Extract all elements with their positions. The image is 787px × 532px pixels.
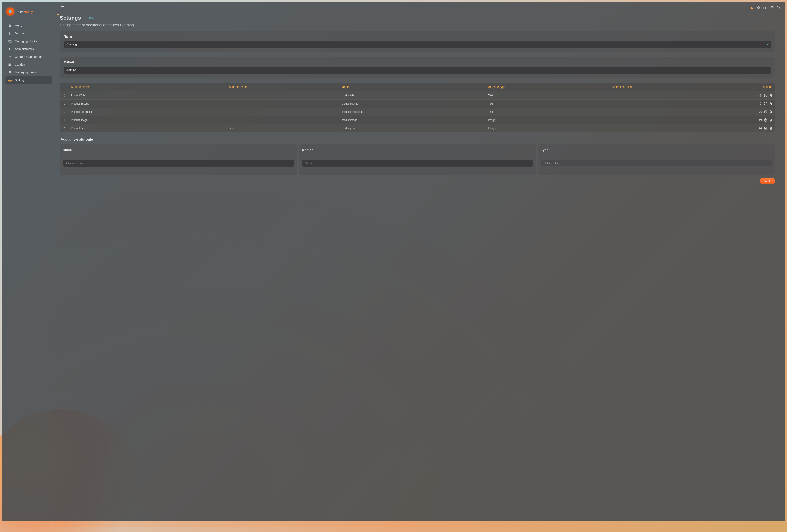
sidebar-item-catalog[interactable]: Catalog: [5, 61, 52, 68]
main-content: Settings ← Back Editing a set of additio…: [56, 2, 785, 522]
svg-point-24: [9, 80, 10, 81]
new-marker-input[interactable]: [302, 159, 533, 167]
message-icon: [8, 70, 12, 74]
settings-icon[interactable]: [764, 94, 767, 97]
delete-icon[interactable]: [769, 127, 772, 130]
new-type-label: Type: [541, 148, 772, 152]
svg-point-37: [765, 128, 766, 129]
svg-point-28: [760, 95, 761, 96]
svg-point-13: [9, 56, 9, 57]
table-row: Product PriceYesproductpriceInteger: [60, 124, 775, 132]
sidebar-item-settings[interactable]: Settings: [5, 76, 52, 84]
sidebar-item-label: Content management: [15, 55, 43, 58]
logo-text: oneentry: [16, 9, 33, 14]
delete-icon[interactable]: [769, 102, 772, 105]
new-marker-card: Marker: [299, 145, 536, 175]
sidebar: oneentry Menu Journal Managing blocks Ad…: [2, 2, 56, 522]
drag-handle-icon[interactable]: [63, 94, 66, 97]
back-link[interactable]: ← Back: [84, 16, 94, 20]
view-icon[interactable]: [759, 110, 762, 113]
marker-card: Marker: [60, 57, 775, 78]
back-label: Back: [88, 16, 94, 20]
sidebar-item-label: Administrators: [15, 47, 34, 50]
table-row: Product SubtitleproductsubtitleText: [60, 100, 775, 108]
delete-icon[interactable]: [769, 94, 772, 97]
sidebar-item-forms[interactable]: Managing forms: [5, 68, 52, 76]
table-row: Product DescriptionproductdescriptionTex…: [60, 108, 775, 116]
page-subtitle: Editing a set of additional attributes C…: [60, 23, 775, 27]
sidebar-item-content[interactable]: Content management: [5, 53, 52, 61]
name-label: Name: [64, 35, 771, 38]
list-icon: [8, 63, 12, 66]
cell-type: Text: [488, 94, 612, 97]
logo-icon: [6, 7, 14, 16]
col-price: Attribute-price: [229, 85, 341, 88]
marker-label: Marker: [64, 61, 771, 64]
row-actions: [748, 102, 772, 105]
settings-icon[interactable]: [764, 127, 767, 130]
drag-handle-icon[interactable]: [63, 127, 66, 130]
sidebar-item-label: Settings: [15, 79, 25, 82]
cell-name: Product Price: [71, 127, 229, 130]
sidebar-item-label: Managing blocks: [15, 40, 37, 43]
cell-type: Integer: [488, 127, 612, 130]
blocks-icon: [8, 39, 12, 43]
svg-rect-5: [8, 40, 11, 42]
sidebar-item-label: Catalog: [15, 63, 25, 66]
col-name: Attribute name: [71, 85, 229, 88]
journal-icon: [8, 31, 12, 35]
cell-type: Text: [488, 110, 612, 113]
view-icon[interactable]: [759, 127, 762, 130]
sidebar-item-blocks[interactable]: Managing blocks: [5, 37, 52, 45]
delete-icon[interactable]: [769, 119, 772, 122]
cell-name: Product Title: [71, 94, 229, 97]
col-marker: Marker: [342, 85, 488, 88]
attribute-table: Attribute name Attribute-price Marker At…: [60, 83, 775, 132]
gear-icon: [8, 78, 12, 82]
svg-rect-3: [9, 32, 11, 35]
marker-input[interactable]: [64, 67, 771, 73]
sidebar-item-menu[interactable]: Menu: [5, 22, 52, 29]
create-button[interactable]: Create: [760, 178, 775, 184]
sidebar-item-admins[interactable]: Administrators: [5, 45, 52, 53]
sliders-icon: [8, 55, 12, 59]
settings-icon[interactable]: [764, 119, 767, 122]
col-type: Attribute type: [488, 85, 612, 88]
settings-icon[interactable]: [764, 110, 767, 113]
drag-handle-icon[interactable]: [63, 119, 66, 122]
svg-point-29: [765, 95, 766, 96]
cell-type: Text: [488, 102, 612, 105]
sidebar-item-journal[interactable]: Journal: [5, 29, 52, 37]
cell-marker: producttitle: [342, 94, 488, 97]
add-attr-grid: Name Marker Type Select value: [60, 145, 775, 175]
table-row: Product TitleproducttitleText: [60, 91, 775, 100]
svg-point-35: [765, 120, 766, 121]
view-icon[interactable]: [759, 102, 762, 105]
new-name-input[interactable]: [63, 159, 294, 167]
brand-logo[interactable]: oneentry: [5, 5, 52, 22]
sidebar-item-label: Journal: [15, 32, 25, 35]
drag-handle-icon[interactable]: [63, 102, 66, 105]
svg-point-32: [760, 111, 761, 112]
name-input[interactable]: [64, 41, 771, 48]
delete-icon[interactable]: [769, 110, 772, 113]
svg-rect-6: [9, 41, 12, 43]
view-icon[interactable]: [759, 94, 762, 97]
drag-handle-icon[interactable]: [63, 110, 66, 113]
view-icon[interactable]: [759, 119, 762, 122]
new-marker-label: Marker: [302, 148, 533, 152]
svg-point-23: [9, 72, 9, 72]
settings-icon[interactable]: [764, 102, 767, 105]
arrow-left-icon: ←: [84, 16, 87, 20]
svg-point-7: [8, 48, 10, 49]
svg-point-15: [10, 56, 11, 57]
page-title: Settings: [60, 15, 81, 21]
svg-point-36: [760, 128, 761, 129]
svg-point-21: [8, 65, 9, 66]
new-type-select[interactable]: Select value: [541, 159, 772, 166]
cell-name: Product Image: [71, 119, 229, 122]
cell-price: Yes: [229, 127, 341, 130]
row-actions: [748, 127, 772, 130]
title-row: Settings ← Back: [60, 15, 775, 21]
col-actions: Actions: [748, 85, 772, 88]
